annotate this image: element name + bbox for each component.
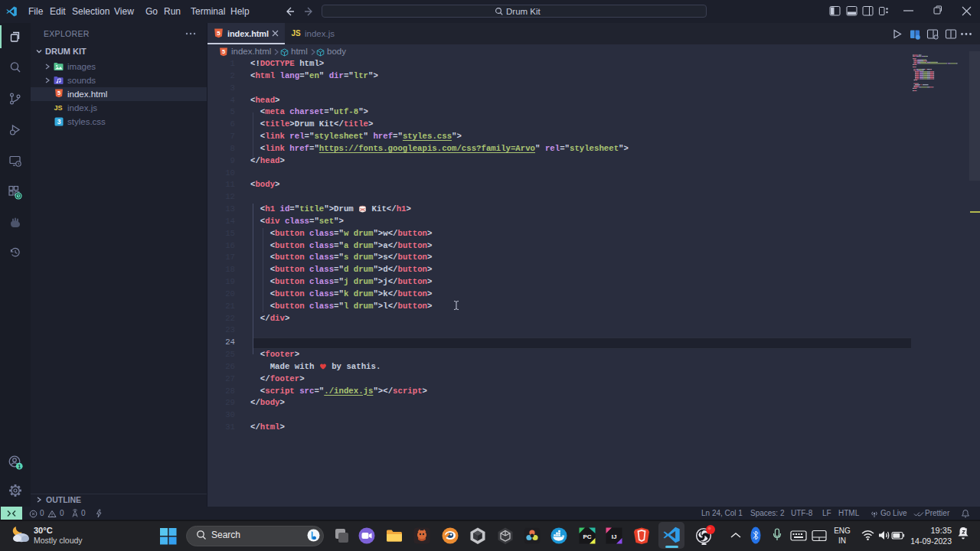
svg-text:IJ: IJ bbox=[612, 533, 617, 540]
svg-text:PC: PC bbox=[583, 533, 591, 540]
